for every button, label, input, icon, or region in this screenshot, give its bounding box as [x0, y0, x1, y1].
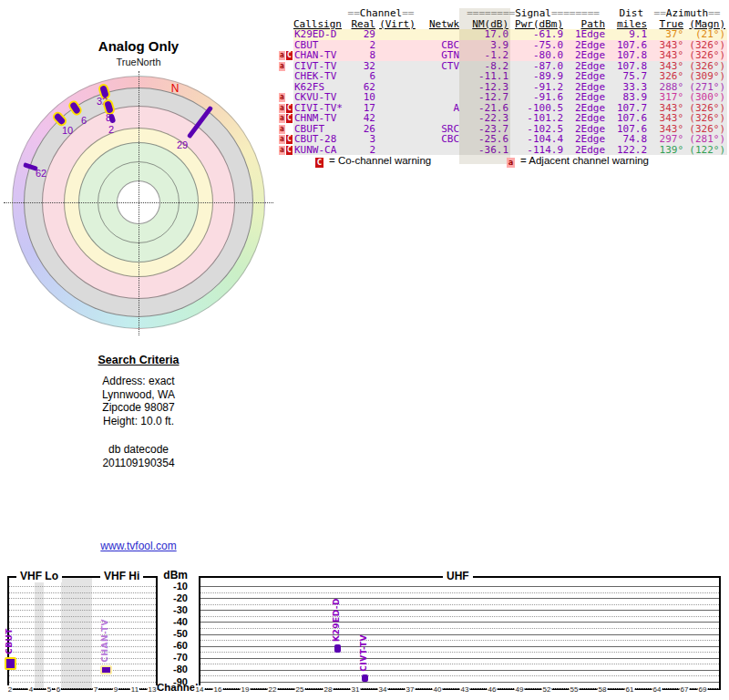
adjacent-channel-badge: a	[279, 135, 285, 144]
spectrum-plot-area: -10-20-30-40-50-60-70-80-902456791113141…	[0, 565, 729, 700]
warning-badges-cell: aC	[279, 113, 293, 124]
cell-real: 10	[344, 92, 377, 103]
cell-callsign: CIVI-TV*	[293, 103, 344, 114]
cell-virt	[377, 50, 419, 61]
table-header-groups: ==Channel== ========Signal======== Dist …	[279, 8, 727, 19]
co-channel-legend-text: = Co-channel warning	[329, 155, 431, 166]
cell-true: 317°	[649, 92, 685, 103]
tvfool-link[interactable]: www.tvfool.com	[100, 540, 176, 552]
gridline-uhf	[200, 610, 719, 611]
channel-tick-label: 5	[46, 685, 52, 694]
search-address: Address: exact	[36, 375, 241, 388]
cell-pwr: -87.0	[510, 61, 565, 72]
cell-true: 343°	[649, 113, 685, 124]
cell-nm: -22.3	[461, 113, 510, 124]
cell-callsign: CHNM-TV	[293, 113, 344, 124]
gridline-uhf	[200, 675, 719, 676]
adjacent-channel-badge: a	[279, 104, 285, 113]
dbm-tick-label: -80	[159, 664, 188, 675]
channel-tick-label: 37	[406, 685, 416, 694]
dbm-tick-label: -60	[159, 640, 188, 652]
cell-path: 2Edge	[565, 103, 607, 114]
table-row: aCKUNW-CA2-36.1-114.92Edge122.2139°(122°…	[279, 145, 727, 156]
cell-nm: -12.3	[461, 82, 510, 93]
channel-group-header: ==Channel==	[344, 8, 419, 19]
cell-pwr: -100.5	[510, 103, 565, 114]
cell-true: 343°	[649, 61, 685, 72]
cell-real: 6	[344, 71, 377, 82]
signal-bar-K29ED-D	[334, 644, 341, 653]
col-virt: (Virt)	[379, 19, 416, 30]
channel-tick-label: 7	[93, 685, 98, 694]
polar-marker-label-ch62: 62	[36, 168, 46, 179]
channel-tick-label: 67	[680, 685, 690, 694]
table-row: K29ED-D2917.0-61.91Edge9.137°(21°)	[279, 29, 727, 40]
db-datecode-label: db datecode	[36, 443, 241, 457]
cell-path: 2Edge	[565, 61, 607, 72]
gridline-uhf	[200, 586, 719, 587]
cell-nm: -23.7	[461, 124, 510, 135]
dbm-tick-label: -30	[159, 604, 188, 616]
gridline-vhf	[9, 592, 156, 593]
cell-path: 2Edge	[565, 124, 607, 135]
cell-miles: 107.8	[607, 61, 649, 72]
cell-netwk	[419, 71, 461, 82]
col-true: True	[660, 19, 684, 30]
gridline-vhf	[9, 658, 156, 659]
warning-badges-cell: aC	[279, 145, 293, 156]
warning-badges-cell	[279, 40, 293, 51]
cell-callsign: CKVU-TV	[293, 92, 344, 103]
gridline-vhf	[9, 604, 156, 605]
cell-real: 42	[344, 113, 377, 124]
co-channel-legend: C= Co-channel warning	[315, 155, 431, 168]
signal-bar-CIVT-TV	[362, 674, 368, 682]
warning-legend: C= Co-channel warning a= Adjacent channe…	[279, 155, 729, 168]
search-zipcode: Zipcode 98087	[36, 401, 241, 415]
signal-bar-label-CIVT-TV: CIVT-TV	[359, 634, 368, 672]
cell-miles: 83.9	[607, 92, 649, 103]
gridline-uhf	[200, 652, 719, 653]
channel-tick-label: 4	[28, 685, 34, 694]
cell-true: 343°	[649, 103, 685, 114]
cell-callsign: K62FS	[293, 82, 344, 93]
col-netwk: Netwk	[429, 19, 459, 30]
cell-path: 2Edge	[565, 134, 607, 145]
gridline-vhf	[9, 640, 156, 641]
channel-tick-label: 19	[241, 685, 251, 694]
cell-path: 2Edge	[565, 40, 607, 51]
gridline-vhf	[9, 616, 156, 617]
cell-true: 297°	[649, 134, 685, 145]
channel-tick-label: 69	[698, 685, 708, 694]
search-criteria-title: Search Criteria	[36, 354, 241, 366]
channel-tick-label: 2	[7, 685, 13, 694]
cell-virt	[377, 145, 419, 156]
cell-nm: -11.1	[461, 71, 510, 82]
channel-tick-label: 11	[130, 685, 139, 694]
cell-virt	[377, 103, 419, 114]
cell-miles: 74.8	[607, 134, 649, 145]
vhf-hi-label: VHF Hi	[100, 570, 143, 582]
channel-tick-label: 61	[625, 685, 635, 694]
cell-miles: 122.2	[607, 145, 649, 156]
cell-nm: -25.6	[461, 134, 510, 145]
gridline-vhf	[9, 670, 156, 671]
cell-pwr: -101.2	[510, 113, 565, 124]
co-channel-badge: C	[286, 114, 293, 123]
channel-tick-label: 58	[598, 685, 608, 694]
uhf-label: UHF	[443, 570, 473, 582]
gridline-uhf	[200, 634, 719, 635]
table-row: K62FS62-12.3-91.22Edge33.3288°(271°)	[279, 82, 727, 93]
cell-magn: (281°)	[685, 134, 727, 145]
adjacent-channel-badge: a	[279, 62, 285, 71]
cell-miles: 33.3	[607, 82, 649, 93]
gridline-uhf	[200, 628, 719, 629]
search-criteria: Search Criteria Address: exact Lynnwood,…	[36, 354, 241, 470]
gridline-vhf	[9, 610, 156, 611]
cell-virt	[377, 29, 419, 40]
col-real: Real	[352, 19, 376, 30]
cell-magn: (326°)	[685, 40, 727, 51]
table-row: CHEK-TV6-11.1-89.92Edge75.7326°(309°)	[279, 71, 727, 82]
warning-badges-cell	[279, 82, 293, 93]
cell-callsign: CHAN-TV	[293, 50, 344, 61]
cell-netwk	[419, 113, 461, 124]
